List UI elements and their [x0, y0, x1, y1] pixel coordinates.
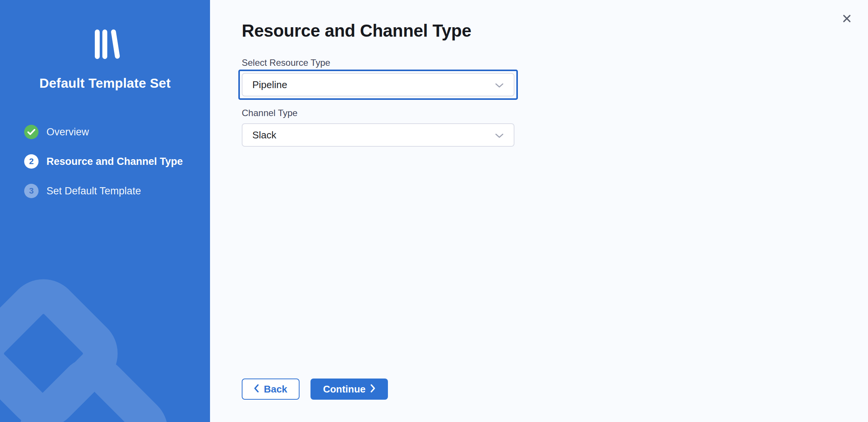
- wizard-sidebar: Default Template Set Overview 2 Resource…: [0, 0, 210, 422]
- step-number-badge: 2: [24, 154, 39, 169]
- step-resource-and-channel-type[interactable]: 2 Resource and Channel Type: [24, 154, 210, 169]
- wizard-steps: Overview 2 Resource and Channel Type 3 S…: [0, 125, 210, 213]
- wizard-footer: Back Continue: [242, 379, 388, 400]
- continue-button[interactable]: Continue: [310, 379, 388, 400]
- chevron-right-icon: [371, 383, 375, 395]
- wizard-content-panel: Resource and Channel Type Select Resourc…: [210, 0, 868, 422]
- back-button[interactable]: Back: [242, 379, 300, 400]
- step-label: Resource and Channel Type: [46, 156, 183, 168]
- wizard-title: Default Template Set: [39, 76, 171, 91]
- library-books-icon: [95, 29, 116, 60]
- channel-type-field: Channel Type Slack: [242, 108, 514, 147]
- channel-type-label: Channel Type: [242, 108, 514, 118]
- channel-type-select[interactable]: Slack: [242, 123, 514, 147]
- resource-type-select[interactable]: Pipeline: [242, 73, 514, 96]
- step-label: Overview: [46, 126, 89, 138]
- chevron-left-icon: [254, 383, 259, 395]
- continue-button-label: Continue: [323, 383, 366, 395]
- close-button[interactable]: [839, 11, 854, 26]
- check-icon: [24, 125, 39, 139]
- channel-type-value: Slack: [252, 129, 276, 141]
- step-set-default-template[interactable]: 3 Set Default Template: [24, 184, 210, 198]
- close-icon: [842, 13, 852, 25]
- back-button-label: Back: [264, 383, 287, 395]
- resource-type-field: Select Resource Type Pipeline: [242, 57, 514, 96]
- page-title: Resource and Channel Type: [242, 20, 868, 41]
- resource-type-value: Pipeline: [252, 79, 287, 91]
- chevron-down-icon: [495, 79, 504, 91]
- step-number-badge: 3: [24, 184, 39, 198]
- step-overview[interactable]: Overview: [24, 125, 210, 139]
- step-label: Set Default Template: [46, 185, 141, 197]
- chevron-down-icon: [495, 129, 504, 141]
- resource-type-label: Select Resource Type: [242, 57, 514, 68]
